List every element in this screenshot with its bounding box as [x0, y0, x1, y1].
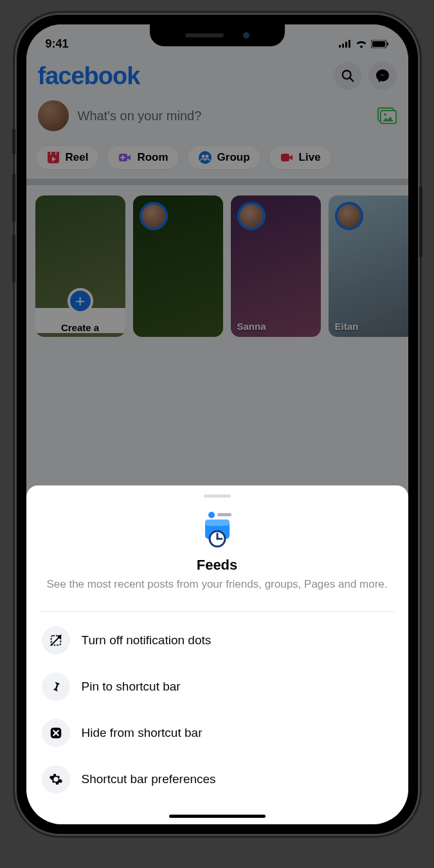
svg-rect-23	[217, 513, 231, 516]
feeds-hero-icon	[196, 512, 239, 548]
sheet-divider	[41, 611, 394, 612]
sheet-item-label: Shortcut bar preferences	[82, 772, 216, 786]
sheet-item-label: Turn off notification dots	[82, 633, 212, 647]
notch	[150, 24, 285, 46]
svg-rect-21	[205, 520, 230, 526]
pin-icon	[42, 673, 70, 701]
sheet-item-hide[interactable]: Hide from shortcut bar	[26, 710, 408, 756]
gear-icon	[42, 765, 70, 793]
sheet-item-pin[interactable]: Pin to shortcut bar	[26, 664, 408, 710]
home-indicator[interactable]	[169, 815, 266, 818]
svg-line-29	[50, 635, 61, 646]
feeds-bottom-sheet: Feeds See the most recent posts from you…	[26, 485, 408, 824]
svg-point-22	[208, 512, 215, 518]
sheet-item-preferences[interactable]: Shortcut bar preferences	[26, 756, 408, 802]
screen: 9:41 facebook	[26, 24, 408, 824]
notification-off-icon	[42, 626, 70, 655]
sheet-item-label: Hide from shortcut bar	[82, 726, 203, 740]
sheet-item-label: Pin to shortcut bar	[82, 680, 181, 694]
sheet-title: Feeds	[46, 557, 389, 574]
phone-frame: 9:41 facebook	[15, 13, 420, 836]
sheet-grabber[interactable]	[204, 494, 231, 498]
sheet-hero: Feeds See the most recent posts from you…	[26, 512, 408, 604]
sheet-item-notification-dots[interactable]: Turn off notification dots	[26, 617, 408, 664]
sheet-subtitle: See the most recent posts from your frie…	[46, 577, 389, 592]
hide-icon	[42, 719, 70, 747]
